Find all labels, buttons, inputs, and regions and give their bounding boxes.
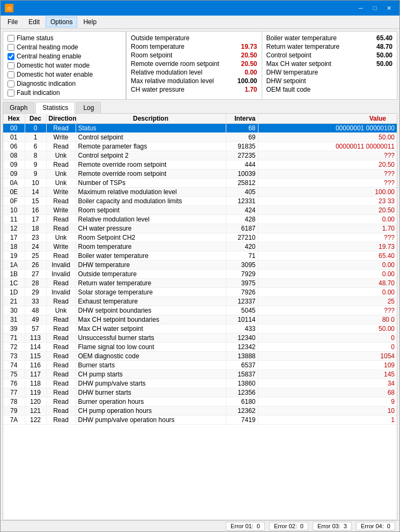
table-row[interactable]: 1B 27 Invalid Outside temperature 7929 0… (3, 270, 397, 279)
cell-hex: 30 (3, 306, 25, 315)
cell-interval: 424 (226, 206, 258, 215)
data-table-container[interactable]: Hex Dec Direction Description Interva Va… (3, 114, 397, 520)
table-row[interactable]: 0F 15 Read Boiler capacity and modulatio… (3, 197, 397, 206)
checkbox-dhw-mode-label: Domestic hot water mode (17, 62, 90, 69)
table-row[interactable]: 06 6 Read Remote parameter flags 91835 0… (3, 142, 397, 151)
cell-interval: 10039 (226, 169, 258, 179)
table-row[interactable]: 0E 14 Write Maximum relative modulation … (3, 188, 397, 197)
checkbox-fault-input[interactable] (8, 90, 14, 97)
tab-log[interactable]: Log (76, 102, 101, 113)
table-row[interactable]: 0A 10 Unk Number of TSPs 25812 ??? (3, 179, 397, 188)
cell-value: 00000001 00000100 (258, 124, 397, 133)
table-row[interactable]: 11 17 Read Relative modulation level 428… (3, 215, 397, 224)
cell-dec: 24 (25, 242, 46, 252)
checkbox-ch-mode[interactable]: Central heating mode (8, 43, 121, 51)
cell-direction: Read (46, 343, 76, 352)
table-row[interactable]: 74 116 Read Burner starts 6537 109 (3, 361, 397, 370)
table-row[interactable]: 19 25 Read Boiler water temperature 71 6… (3, 252, 397, 261)
close-button[interactable]: ✕ (382, 3, 395, 13)
table-row[interactable]: 1D 29 Invalid Solar storage temperature … (3, 288, 397, 297)
checkbox-ch-mode-input[interactable] (8, 44, 14, 51)
cell-dec: 28 (25, 279, 46, 288)
table-row[interactable]: 10 16 Write Room setpoint 424 20.50 (3, 206, 397, 215)
checkbox-ch-enable[interactable]: Central heating enable (8, 52, 121, 61)
checkbox-flame-status-input[interactable] (8, 35, 14, 42)
cell-hex: 71 (3, 334, 25, 343)
cell-value: ??? (258, 233, 397, 242)
tab-graph[interactable]: Graph (3, 102, 34, 113)
table-row[interactable]: 31 49 Read Max CH setpoint boundaries 10… (3, 315, 397, 324)
table-row[interactable]: 08 8 Unk Control setpoint 2 27235 ??? (3, 151, 397, 160)
menu-edit[interactable]: Edit (24, 17, 45, 27)
checkbox-diagnostic-input[interactable] (8, 80, 14, 87)
cell-direction: Unk (46, 233, 76, 242)
cell-hex: 78 (3, 397, 25, 407)
cell-hex: 76 (3, 379, 25, 388)
checkbox-fault[interactable]: Fault indication (8, 88, 121, 97)
tab-statistics[interactable]: Statistics (35, 102, 75, 114)
table-row[interactable]: 75 117 Read CH pump starts 15837 145 (3, 370, 397, 379)
minimize-button[interactable]: ─ (354, 3, 367, 13)
table-row[interactable]: 1C 28 Read Return water temperature 3975… (3, 279, 397, 288)
cell-direction: Read (46, 352, 76, 361)
table-row[interactable]: 17 23 Unk Room Setpoint CH2 27210 ??? (3, 233, 397, 242)
table-row[interactable]: 78 120 Read Burner operation hours 6180 … (3, 397, 397, 407)
table-row[interactable]: 01 1 Write Control setpoint 69 50.00 (3, 133, 397, 142)
oem-fault-row: OEM fault code (266, 85, 393, 94)
checkbox-diagnostic[interactable]: Diagnostic indication (8, 79, 121, 88)
top-section: Flame status Central heating mode Centra… (3, 31, 397, 100)
menu-file[interactable]: File (3, 17, 23, 27)
table-row[interactable]: 18 24 Write Room temperature 420 19.73 (3, 242, 397, 252)
ch-water-pressure-row: CH water pressure 1.70 (131, 85, 257, 94)
cell-hex: 0E (3, 188, 25, 197)
table-row[interactable]: 09 9 Unk Remote override room setpoint 1… (3, 169, 397, 179)
table-row[interactable]: 77 119 Read DHW burner starts 12356 68 (3, 388, 397, 397)
table-row[interactable]: 1A 26 Invalid DHW temperature 3095 0.00 (3, 261, 397, 270)
cell-hex: 77 (3, 388, 25, 397)
table-row[interactable]: 72 114 Read Flame signal too low count 1… (3, 343, 397, 352)
remote-override-row: Remote override room setpoint 20.50 (131, 60, 257, 68)
menu-help[interactable]: Help (78, 17, 101, 27)
window-controls: ─ □ ✕ (354, 3, 395, 13)
menu-options[interactable]: Options (46, 17, 77, 27)
checkbox-dhw-enable-input[interactable] (8, 71, 14, 78)
control-setpoint-row: Control setpoint 50.00 (266, 51, 393, 60)
cell-description: DHW setpoint boundaries (76, 306, 226, 315)
oem-fault-value (368, 86, 392, 93)
app-icon: ⊙ (5, 4, 13, 12)
cell-interval: 6180 (226, 397, 258, 407)
table-row[interactable]: 79 121 Read CH pump operation hours 1236… (3, 407, 397, 416)
table-row[interactable]: 7A 122 Read DHW pump/valve operation hou… (3, 416, 397, 425)
cell-dec: 9 (25, 160, 46, 169)
table-row[interactable]: 71 113 Read Unsuccessful burner starts 1… (3, 334, 397, 343)
table-row[interactable]: 09 9 Read Remote override room setpoint … (3, 160, 397, 169)
table-row[interactable]: 12 18 Read CH water pressure 6187 1.70 (3, 224, 397, 233)
cell-dec: 1 (25, 133, 46, 142)
checkbox-ch-enable-label: Central heating enable (17, 53, 82, 60)
cell-description: Number of TSPs (76, 179, 226, 188)
cell-dec: 10 (25, 179, 46, 188)
checkbox-ch-enable-input[interactable] (8, 53, 14, 60)
table-row[interactable]: 30 48 Unk DHW setpoint boundaries 5045 ?… (3, 306, 397, 315)
checkbox-dhw-enable[interactable]: Domestic hot water enable (8, 70, 121, 79)
checkbox-flame-status[interactable]: Flame status (8, 34, 121, 42)
table-row[interactable]: 73 115 Read OEM diagnostic code 13888 10… (3, 352, 397, 361)
cell-dec: 118 (25, 379, 46, 388)
table-row[interactable]: 00 0 Read Status 68 00000001 00000100 (3, 124, 397, 133)
cell-description: Room setpoint (76, 206, 226, 215)
maximize-button[interactable]: □ (368, 3, 381, 13)
cell-value: 0.00 (258, 270, 397, 279)
cell-value: 00000011 00000011 (258, 142, 397, 151)
cell-interval: 3975 (226, 279, 258, 288)
checkbox-dhw-mode-input[interactable] (8, 62, 14, 69)
table-row[interactable]: 76 118 Read DHW pump/valve starts 13860 … (3, 379, 397, 388)
checkbox-dhw-mode[interactable]: Domestic hot water mode (8, 61, 121, 70)
outside-temp-label: Outside temperature (131, 34, 189, 42)
table-row[interactable]: 21 33 Read Exhaust temperature 12337 25 (3, 297, 397, 306)
cell-hex: 31 (3, 315, 25, 324)
cell-interval: 6537 (226, 361, 258, 370)
cell-direction: Write (46, 133, 76, 142)
remote-override-label: Remote override room setpoint (131, 60, 219, 68)
cell-value: 145 (258, 370, 397, 379)
table-row[interactable]: 39 57 Read Max CH water setpoint 433 50.… (3, 324, 397, 334)
